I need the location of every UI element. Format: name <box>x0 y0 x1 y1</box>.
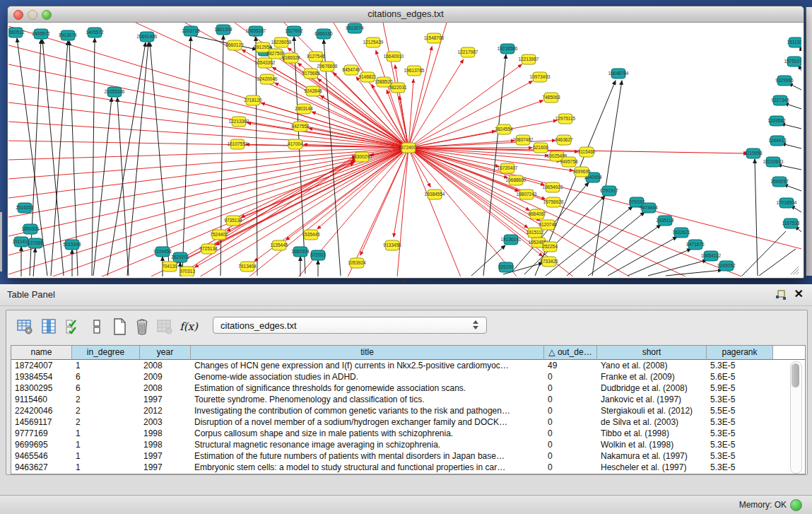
table-cell[interactable]: Investigating the contribution of common… <box>191 405 544 416</box>
graph-node[interactable]: 1660512 <box>8 28 25 37</box>
close-panel-icon[interactable]: ✕ <box>794 287 804 301</box>
graph-node[interactable]: 8813074 <box>346 23 364 33</box>
table-row[interactable]: 2242004622012Investigating the contribut… <box>11 405 805 416</box>
graph-node[interactable]: 8471676 <box>686 240 705 250</box>
graph-node[interactable]: 121568 <box>28 238 43 248</box>
column-header-pagerank[interactable]: pagerank <box>707 346 773 360</box>
graph-node[interactable]: 16720407 <box>498 163 518 173</box>
table-cell[interactable]: Hescheler et al. (1997) <box>597 462 707 473</box>
graph-node[interactable]: 9245052 <box>717 261 736 271</box>
table-cell[interactable]: 22420046 <box>11 405 72 416</box>
graph-node[interactable]: 1405572 <box>86 28 104 37</box>
column-header-title[interactable]: title <box>191 346 544 360</box>
graph-node[interactable]: 672003 <box>310 250 326 260</box>
graph-node[interactable]: 12217987 <box>458 47 478 57</box>
row-height-button[interactable] <box>87 317 107 337</box>
table-row[interactable]: 911546021997Tourette syndrome. Phenomeno… <box>11 394 805 405</box>
table-cell[interactable]: 1 <box>72 428 140 439</box>
graph-node[interactable]: 10654112 <box>701 251 722 261</box>
import-table-button[interactable] <box>155 317 175 337</box>
graph-node[interactable]: 22420046 <box>257 74 278 84</box>
column-header-year[interactable]: year <box>140 346 191 360</box>
column-header-name[interactable]: name <box>11 346 72 360</box>
graph-node[interactable]: 417004 <box>288 139 303 149</box>
table-selector-dropdown[interactable]: citations_edges.txt <box>213 317 487 334</box>
scrollbar-thumb[interactable] <box>792 363 799 387</box>
graph-node[interactable]: 9227349 <box>771 95 789 105</box>
table-cell[interactable]: 2 <box>72 405 140 416</box>
graph-node[interactable]: 18226058 <box>271 37 292 47</box>
graph-node[interactable]: 1244413 <box>768 136 787 146</box>
column-header-out_de[interactable]: △ out_de… <box>544 346 597 360</box>
table-cell[interactable]: 0 <box>544 405 597 416</box>
graph-node[interactable]: 704139 <box>162 262 177 271</box>
table-row[interactable]: 1872400712008Changes of HCN gene express… <box>11 360 805 371</box>
table-cell[interactable]: 2 <box>72 394 140 405</box>
graph-node[interactable]: 15751074 <box>784 57 801 66</box>
graph-node[interactable]: 1511304 <box>787 37 801 47</box>
graph-node[interactable]: 12213362 <box>229 117 249 127</box>
graph-node[interactable]: 16107553 <box>228 139 248 149</box>
table-cell[interactable]: 5.3E-5 <box>707 394 773 405</box>
network-canvas[interactable]: 1660512240557289130741405572206914062203… <box>8 23 801 276</box>
table-cell[interactable]: 0 <box>544 450 597 462</box>
table-cell[interactable]: Estimation of significance thresholds fo… <box>191 382 544 394</box>
graph-node[interactable]: 2803144 <box>295 104 313 114</box>
graph-node[interactable]: 9735134 <box>224 216 242 226</box>
new-table-button[interactable] <box>110 317 129 337</box>
graph-node[interactable]: 11548708 <box>424 33 445 43</box>
graph-node[interactable]: 1861304 <box>214 25 233 35</box>
graph-node[interactable]: 10543362 <box>255 58 276 68</box>
table-cell[interactable]: de Silva et al. (2003) <box>597 416 707 428</box>
table-cell[interactable]: Stergiakouli et al. (2012) <box>597 405 707 416</box>
graph-node[interactable]: 19384554 <box>425 189 445 199</box>
table-cell[interactable]: 5.6E-5 <box>707 371 773 382</box>
table-cell[interactable]: Nakamura et al. (1997) <box>597 450 707 462</box>
graph-node[interactable]: 9109458 <box>153 247 172 257</box>
table-cell[interactable]: 9777169 <box>11 428 72 439</box>
table-cell[interactable]: 9699695 <box>11 439 72 450</box>
canvas-resize-handle[interactable] <box>789 265 799 275</box>
graph-node[interactable]: 9175685 <box>302 69 320 78</box>
graph-node[interactable]: 526290 <box>498 262 514 272</box>
table-cell[interactable]: 14569117 <box>11 416 72 428</box>
table-cell[interactable]: 5.3E-5 <box>707 416 773 428</box>
table-cell[interactable]: Changes of HCN gene expression and I(f) … <box>191 360 544 371</box>
graph-node[interactable]: 2629201 <box>171 252 189 262</box>
table-cell[interactable]: 5.5E-5 <box>707 405 773 416</box>
table-cell[interactable]: Corpus callosum shape and size in male p… <box>191 428 544 439</box>
table-cell[interactable]: 9463627 <box>11 462 72 473</box>
table-cell[interactable]: 1 <box>72 360 140 371</box>
graph-node[interactable]: 7613404 <box>238 262 257 271</box>
graph-node[interactable]: 10655287 <box>246 26 266 36</box>
graph-node[interactable]: 12213967 <box>519 54 539 64</box>
table-cell[interactable]: 19384554 <box>11 371 72 382</box>
table-cell[interactable]: Structural magnetic resonance image aver… <box>191 439 544 450</box>
graph-node[interactable]: 252254 <box>542 242 558 252</box>
graph-node[interactable]: 1209582 <box>767 116 786 126</box>
table-cell[interactable]: 1997 <box>140 462 191 473</box>
table-cell[interactable]: 9465546 <box>11 450 72 462</box>
graph-node[interactable]: 9684067 <box>528 209 546 219</box>
table-cell[interactable]: 0 <box>544 416 597 428</box>
vertical-scrollbar[interactable] <box>790 361 802 474</box>
graph-node[interactable]: 7485063 <box>542 93 560 103</box>
table-cell[interactable]: 6 <box>72 382 140 394</box>
table-cell[interactable]: Embryonic stem cells: a model to study s… <box>191 462 544 473</box>
table-cell[interactable]: Estimation of the future numbers of pati… <box>191 450 544 462</box>
graph-node[interactable]: 9329966 <box>775 76 794 86</box>
graph-node[interactable]: 9474444 <box>640 203 658 213</box>
table-cell[interactable]: 5.3E-5 <box>707 462 773 473</box>
graph-node[interactable]: 16640910 <box>384 52 404 62</box>
graph-node[interactable]: 16648784 <box>608 69 629 78</box>
graph-node[interactable]: 970313 <box>180 267 195 276</box>
graph-node[interactable]: 1135445 <box>271 240 288 250</box>
graph-node[interactable]: 6791917 <box>600 186 618 196</box>
table-cell[interactable]: 1 <box>72 439 140 450</box>
graph-node[interactable]: 20691406 <box>137 32 158 42</box>
table-cell[interactable]: 2 <box>72 416 140 428</box>
table-cell[interactable]: 0 <box>544 439 597 450</box>
column-header-short[interactable]: short <box>597 346 707 360</box>
node-table[interactable]: namein_degreeyeartitle△ out_de…shortpage… <box>11 345 806 474</box>
graph-node[interactable]: 3824554 <box>495 124 513 134</box>
